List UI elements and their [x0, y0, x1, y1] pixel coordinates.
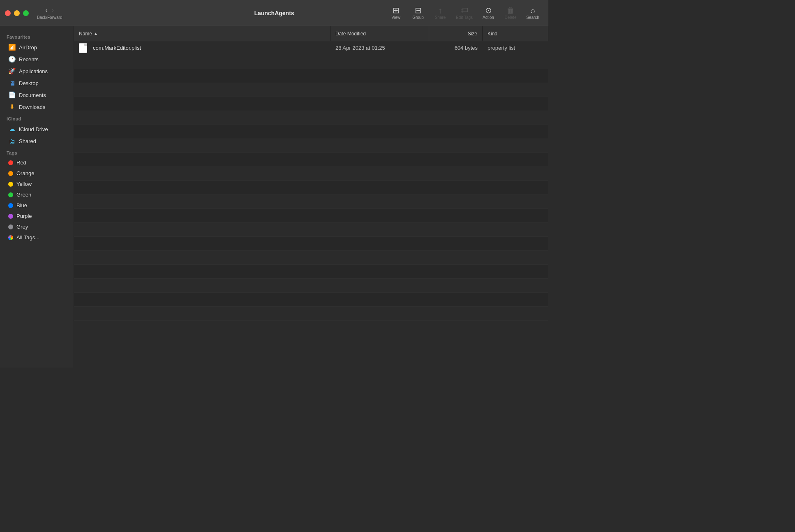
traffic-lights [5, 10, 29, 16]
table-row[interactable]: com.MarkEditor.plist 28 Apr 2023 at 01:2… [74, 41, 548, 55]
sidebar-item-tag-yellow[interactable]: Yellow [2, 179, 71, 189]
sidebar-item-label: Documents [19, 92, 46, 98]
edit-tags-button[interactable]: 🏷 Edit Tags [452, 5, 477, 21]
file-cell-name: com.MarkEditor.plist [74, 41, 330, 55]
sidebar-item-shared[interactable]: 🗂 Shared [2, 135, 71, 147]
empty-row [74, 167, 548, 181]
icloud-drive-icon: ☁ [8, 125, 16, 133]
tag-dot-green [8, 192, 13, 197]
action-button[interactable]: ⊙ Action [478, 5, 499, 21]
forward-button[interactable]: › [50, 6, 55, 14]
tag-dot-red [8, 160, 13, 165]
col-header-size[interactable]: Size [429, 26, 483, 41]
search-icon: ⌕ [530, 6, 535, 14]
column-header: Name ▲ Date Modified Size Kind [74, 26, 548, 41]
sidebar-item-label: Recents [19, 56, 39, 62]
empty-row [74, 153, 548, 167]
empty-row [74, 69, 548, 83]
search-button[interactable]: ⌕ Search [522, 5, 543, 21]
back-button[interactable]: ‹ [44, 6, 49, 14]
tag-icon: 🏷 [460, 6, 469, 14]
title-bar: ‹ › Back/Forward LaunchAgents ⊞ View ⊟ G… [0, 0, 548, 26]
sidebar-item-tag-red[interactable]: Red [2, 157, 71, 168]
col-header-name[interactable]: Name ▲ [74, 26, 330, 41]
empty-row [74, 97, 548, 111]
file-icon [79, 43, 87, 53]
empty-row [74, 55, 548, 69]
group-button[interactable]: ⊟ Group [407, 5, 429, 21]
main-layout: Favourites 📶 AirDrop 🕐 Recents 🚀 Applica… [0, 26, 548, 368]
sidebar-item-label: Desktop [19, 80, 39, 86]
sidebar-item-label: iCloud Drive [19, 126, 48, 132]
empty-row [74, 265, 548, 279]
tag-dot-orange [8, 171, 13, 176]
empty-row [74, 111, 548, 125]
empty-row [74, 181, 548, 195]
group-icon: ⊟ [415, 6, 422, 14]
sidebar-item-applications[interactable]: 🚀 Applications [2, 65, 71, 77]
sidebar-item-documents[interactable]: 📄 Documents [2, 89, 71, 101]
icloud-section-label: iCloud [0, 113, 74, 123]
sidebar-item-tag-orange[interactable]: Orange [2, 168, 71, 178]
sidebar-item-label: Downloads [19, 104, 45, 110]
favourites-section-label: Favourites [0, 31, 74, 41]
sidebar-item-desktop[interactable]: 🖥 Desktop [2, 77, 71, 89]
sidebar-item-airdrop[interactable]: 📶 AirDrop [2, 42, 71, 53]
sidebar-item-recents[interactable]: 🕐 Recents [2, 53, 71, 65]
sidebar-item-downloads[interactable]: ⬇ Downloads [2, 101, 71, 113]
tag-dot-all [8, 235, 13, 240]
empty-row [74, 251, 548, 265]
sidebar-item-all-tags[interactable]: All Tags... [2, 232, 71, 243]
recents-icon: 🕐 [8, 56, 16, 63]
sidebar-item-label: Red [16, 160, 26, 166]
sort-arrow-icon: ▲ [94, 31, 98, 36]
sidebar-item-label: Orange [16, 170, 34, 176]
sidebar-item-tag-grey[interactable]: Grey [2, 222, 71, 232]
empty-row [74, 209, 548, 223]
view-icon: ⊞ [393, 6, 400, 14]
delete-icon: 🗑 [506, 6, 515, 14]
airdrop-icon: 📶 [8, 44, 16, 51]
sidebar-item-label: Green [16, 192, 31, 198]
applications-icon: 🚀 [8, 67, 16, 75]
shared-icon: 🗂 [8, 137, 16, 145]
back-forward-label: Back/Forward [37, 15, 62, 20]
col-header-date[interactable]: Date Modified [330, 26, 429, 41]
sidebar-item-tag-purple[interactable]: Purple [2, 211, 71, 221]
tag-dot-blue [8, 203, 13, 208]
maximize-button[interactable] [23, 10, 29, 16]
col-header-kind[interactable]: Kind [483, 26, 548, 41]
tag-dot-purple [8, 214, 13, 219]
documents-icon: 📄 [8, 91, 16, 99]
minimize-button[interactable] [14, 10, 20, 16]
sidebar-item-label: Yellow [16, 181, 32, 187]
downloads-icon: ⬇ [8, 103, 16, 111]
tag-dot-grey [8, 224, 13, 229]
empty-row [74, 125, 548, 139]
sidebar-item-label: Grey [16, 224, 28, 230]
sidebar-item-label: Blue [16, 202, 27, 208]
file-list: com.MarkEditor.plist 28 Apr 2023 at 01:2… [74, 41, 548, 368]
sidebar-item-tag-blue[interactable]: Blue [2, 200, 71, 210]
toolbar: ⊞ View ⊟ Group ↑ Share 🏷 Edit Tags ⊙ Act… [385, 5, 543, 21]
tags-section-label: Tags [0, 147, 74, 157]
sidebar-item-label: Purple [16, 213, 32, 219]
sidebar-item-tag-green[interactable]: Green [2, 190, 71, 200]
sidebar-item-icloud-drive[interactable]: ☁ iCloud Drive [2, 123, 71, 135]
view-button[interactable]: ⊞ View [385, 5, 407, 21]
close-button[interactable] [5, 10, 11, 16]
empty-row [74, 195, 548, 209]
empty-row [74, 279, 548, 293]
file-cell-kind: property list [483, 41, 548, 55]
empty-row [74, 83, 548, 97]
sidebar-item-label: Applications [19, 68, 48, 74]
window-title: LaunchAgents [254, 10, 294, 16]
empty-row [74, 307, 548, 321]
sidebar: Favourites 📶 AirDrop 🕐 Recents 🚀 Applica… [0, 26, 74, 368]
tag-dot-yellow [8, 182, 13, 187]
empty-row [74, 223, 548, 237]
delete-button[interactable]: 🗑 Delete [500, 5, 521, 21]
share-button[interactable]: ↑ Share [430, 5, 451, 21]
back-forward-group[interactable]: ‹ › Back/Forward [34, 5, 66, 21]
action-icon: ⊙ [485, 6, 492, 14]
